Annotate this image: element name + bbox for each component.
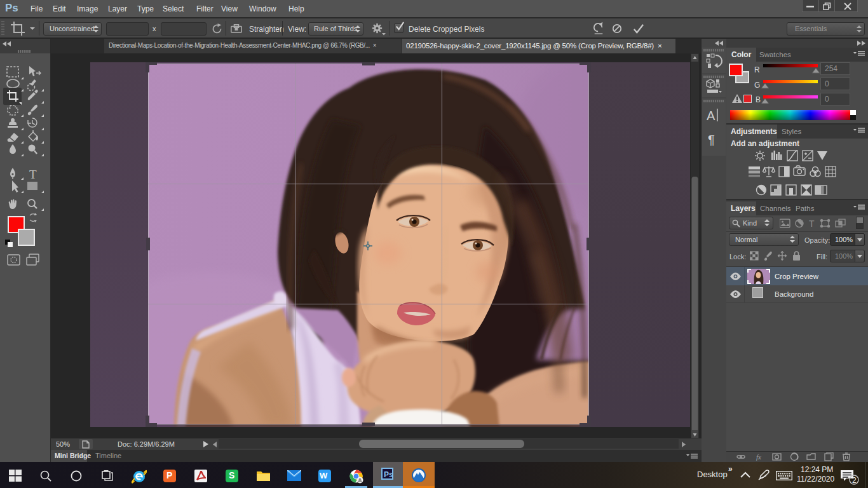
svg-text:fx: fx <box>756 453 761 461</box>
svg-text:2: 2 <box>852 476 857 485</box>
svg-text:T: T <box>809 219 815 229</box>
svg-text:T: T <box>29 168 37 181</box>
svg-text:A: A <box>707 109 715 123</box>
svg-text:¶: ¶ <box>708 133 715 147</box>
